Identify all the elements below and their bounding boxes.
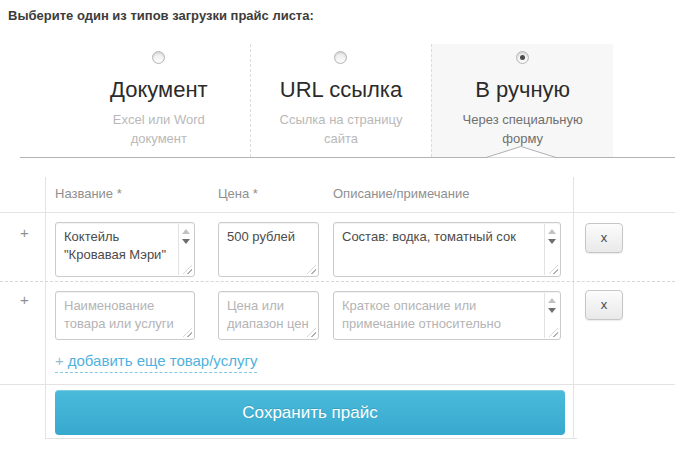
price-field-row2 bbox=[218, 291, 319, 340]
add-item-label: добавить еще товар/услугу bbox=[68, 352, 258, 369]
tab-title: Документ bbox=[68, 77, 250, 103]
save-price-button[interactable]: Сохранить прайс bbox=[55, 390, 565, 435]
price-field-row1: 500 рублей bbox=[218, 222, 319, 277]
radio-unselected-icon[interactable] bbox=[334, 51, 347, 64]
description-field-row2 bbox=[333, 291, 561, 340]
column-header-description: Описание/примечание bbox=[333, 186, 469, 201]
remove-row1-button[interactable]: x bbox=[585, 223, 623, 253]
rows-bottom-line bbox=[0, 384, 675, 385]
header-bottom-line bbox=[0, 212, 675, 213]
name-field-row1: Коктейль "Кровавая Мэри" bbox=[55, 222, 195, 277]
table-bottom-line bbox=[45, 438, 577, 439]
radio-selected-icon[interactable] bbox=[516, 51, 529, 64]
tab-subtitle: Через специальную форму bbox=[450, 110, 595, 148]
plus-icon: + bbox=[20, 224, 29, 241]
row-separator-dashed-line bbox=[0, 281, 675, 282]
remove-row2-button[interactable]: x bbox=[585, 290, 623, 320]
name-input[interactable] bbox=[56, 292, 194, 339]
description-field-row1: Состав: водка, томатный сок bbox=[333, 222, 561, 277]
name-input[interactable]: Коктейль "Кровавая Мэри" bbox=[56, 223, 194, 276]
table-left-divider bbox=[45, 177, 46, 438]
add-item-link[interactable]: +добавить еще товар/услугу bbox=[55, 352, 257, 373]
column-header-price: Цена * bbox=[218, 186, 258, 201]
column-header-name: Название * bbox=[55, 186, 122, 201]
price-input[interactable]: 500 рублей bbox=[219, 223, 318, 276]
scroll-up-icon[interactable] bbox=[548, 298, 556, 303]
scroll-down-icon[interactable] bbox=[182, 239, 190, 244]
scroll-up-icon[interactable] bbox=[182, 229, 190, 234]
tab-document[interactable]: Документ Excel или Word документ bbox=[68, 44, 250, 157]
page-title: Выберите один из типов загрузки прайс ли… bbox=[8, 8, 314, 23]
price-upload-page: Выберите один из типов загрузки прайс ли… bbox=[0, 0, 694, 456]
plus-icon: + bbox=[20, 291, 29, 308]
upload-type-tabs: Документ Excel или Word документ URL ссы… bbox=[68, 44, 613, 157]
add-icon: + bbox=[55, 352, 64, 369]
scroll-down-icon[interactable] bbox=[548, 308, 556, 313]
price-input[interactable] bbox=[219, 292, 318, 339]
tab-manual[interactable]: В ручную Через специальную форму bbox=[431, 44, 613, 157]
table-right-divider bbox=[573, 177, 574, 438]
description-input[interactable] bbox=[334, 292, 560, 339]
tab-subtitle: Excel или Word документ bbox=[86, 110, 231, 148]
scroll-down-icon[interactable] bbox=[548, 239, 556, 244]
scroll-up-icon[interactable] bbox=[548, 229, 556, 234]
tab-title: URL ссылка bbox=[251, 77, 432, 103]
name-field-row2 bbox=[55, 291, 195, 340]
active-tab-pointer-icon bbox=[486, 146, 556, 158]
tab-url-link[interactable]: URL ссылка Ссылка на страницу сайта bbox=[250, 44, 432, 157]
tab-title: В ручную bbox=[432, 77, 613, 103]
description-input[interactable]: Состав: водка, томатный сок bbox=[334, 223, 560, 276]
radio-unselected-icon[interactable] bbox=[152, 51, 165, 64]
tabs-separator-line bbox=[20, 157, 675, 158]
tab-subtitle: Ссылка на страницу сайта bbox=[268, 110, 413, 148]
